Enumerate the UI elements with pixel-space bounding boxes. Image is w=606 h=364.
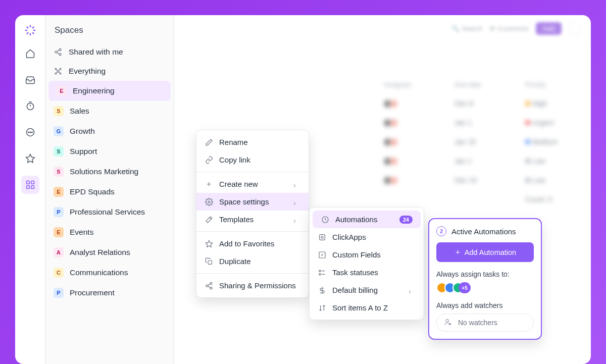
watchers-selector[interactable]: No watchers [436,314,534,332]
svg-rect-27 [319,274,321,275]
grid-icon[interactable] [21,176,39,194]
space-badge: S [54,106,64,116]
space-item[interactable]: PProfessional Services [45,202,174,222]
menu-duplicate[interactable]: Duplicate [196,252,309,270]
svg-rect-18 [208,261,212,264]
inbox-icon[interactable] [21,71,39,89]
star-icon[interactable] [21,149,39,168]
space-item[interactable]: CCommunications [45,263,174,283]
dollar-icon [318,286,326,294]
popover-title: Active Automations [451,227,516,236]
add-button[interactable]: Add [536,22,562,35]
space-item[interactable]: EEvents [45,222,174,242]
watchers-label: Always add watchers [436,301,534,309]
space-badge: E [57,86,67,96]
popover-header: 2 Active Automations [436,226,534,236]
space-badge: A [54,247,64,257]
menu-add-favorites[interactable]: Add to Favorites [196,235,309,252]
svg-point-4 [31,132,32,133]
svg-point-28 [446,320,448,322]
space-item-label: Events [70,228,93,237]
home-icon[interactable] [21,44,39,63]
space-list: EEngineeringSSalesGGrowthSSupportSSoluti… [45,81,174,303]
svg-point-11 [59,54,61,56]
space-item[interactable]: SSupport [45,141,174,162]
spaces-sidebar: Spaces Shared with me Everything EEngine… [45,15,174,364]
space-item-label: Support [70,147,97,156]
add-automation-button[interactable]: ＋ Add Automation [436,242,534,262]
svg-point-21 [210,287,212,289]
customize-button[interactable]: ⚙ Customize [489,25,528,32]
more-icon[interactable] [21,123,39,141]
plus-icon: ＋ [454,247,462,257]
network-icon [54,67,63,76]
sidebar-everything[interactable]: Everything [45,62,174,81]
chevron-right-icon: › [293,216,300,223]
menu-rename[interactable]: Rename [196,133,309,151]
submenu-task-statuses[interactable]: Task statuses [310,264,424,281]
share-icon [54,47,63,57]
context-menu-space: Rename Copy link ＋ Create new › Space se… [196,130,309,298]
space-item[interactable]: PProcurement [45,283,174,303]
submenu-clickapps[interactable]: ClickApps [310,228,424,246]
svg-point-0 [27,103,33,110]
submenu-custom-fields[interactable]: Custom Fields [310,246,424,264]
copy-icon [205,257,213,266]
menu-create-new[interactable]: ＋ Create new › [196,175,309,193]
svg-rect-7 [26,186,29,189]
submenu-default-billing[interactable]: Default billing › [310,281,424,299]
background-content: Assignee Due date Priority Dec 8HighJan … [346,81,581,203]
space-item-label: Professional Services [70,207,145,217]
timer-icon[interactable] [21,97,39,115]
svg-point-20 [206,285,208,287]
plus-icon: ＋ [205,180,213,188]
space-item[interactable]: EEngineering [48,81,171,101]
space-item[interactable]: EEPD Squads [45,182,174,202]
space-item[interactable]: SSolutions Marketing [45,162,174,182]
menu-templates[interactable]: Templates › [196,211,309,228]
toolbar: 🔍 Search ⚙ Customize Add [451,22,581,35]
svg-rect-26 [319,270,321,272]
svg-rect-23 [319,234,325,240]
assign-label: Always assign tasks to: [436,270,534,278]
assignee-avatars[interactable]: +5 [436,282,534,293]
space-item[interactable]: GGrowth [45,121,174,141]
pencil-icon [205,138,213,146]
svg-point-24 [321,236,323,238]
status-icon [318,268,326,277]
space-badge: P [54,207,64,217]
svg-point-19 [210,282,212,284]
space-item-label: Engineering [73,86,115,95]
sort-icon [318,303,326,312]
sidebar-title: Spaces [45,15,174,42]
sidebar-shared-with-me[interactable]: Shared with me [45,42,174,62]
user-avatar[interactable] [569,23,581,35]
space-badge: C [54,268,64,278]
submenu-automations[interactable]: Automations 24 [313,211,421,228]
space-item[interactable]: AAnalyst Relations [45,242,174,263]
svg-point-2 [28,132,29,133]
user-plus-icon [444,318,453,327]
automation-icon [321,215,329,224]
space-badge: E [54,187,64,197]
submenu-sort[interactable]: Sort items A to Z [310,299,424,317]
app-logo [24,24,36,36]
menu-sharing[interactable]: Sharing & Permissions [196,277,309,294]
space-item-label: Procurement [70,288,115,297]
gear-icon [205,197,213,206]
search-button[interactable]: 🔍 Search [451,25,482,32]
submenu-space-settings: Automations 24 ClickApps Custom Fields T… [309,207,424,320]
svg-rect-5 [26,181,29,184]
link-icon [205,155,213,164]
space-item[interactable]: SSales [45,101,174,121]
svg-rect-6 [31,181,34,184]
space-badge: E [54,227,64,237]
menu-space-settings[interactable]: Space settings › [196,193,309,211]
space-badge: P [54,288,64,298]
wand-icon [205,215,213,224]
star-icon [205,239,213,248]
chevron-right-icon: › [409,287,416,294]
menu-copy-link[interactable]: Copy link [196,151,309,169]
space-badge: S [54,146,64,157]
space-item-label: Growth [70,127,95,136]
